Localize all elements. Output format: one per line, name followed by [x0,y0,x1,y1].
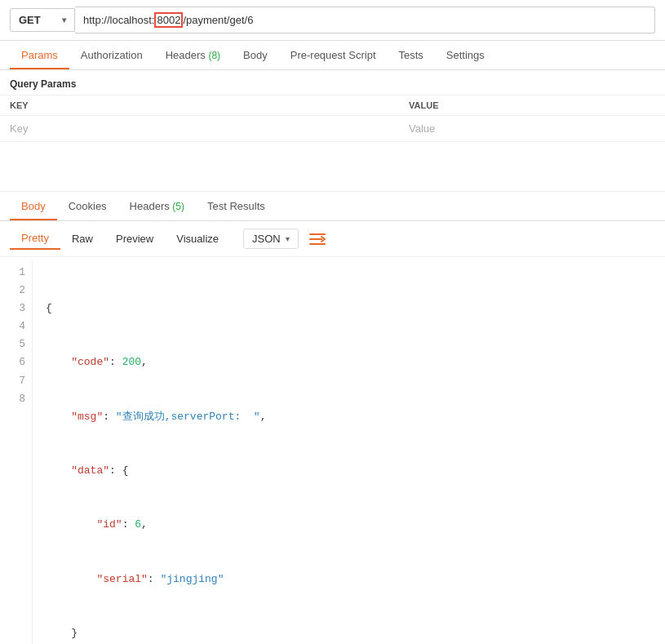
btn-preview[interactable]: Preview [104,229,165,249]
json-line-3: "msg": "查询成功,serverPort: ", [46,408,652,426]
json-line-6: "serial": "jingjing" [46,571,652,588]
format-selected: JSON [252,233,281,245]
format-select[interactable]: JSON ▾ [243,229,299,249]
tab-prerequest[interactable]: Pre-request Script [279,41,388,69]
json-body: 1 2 3 4 5 6 7 8 { "code": 200, "msg": "查… [0,257,665,644]
tab-headers-response[interactable]: Headers (5) [118,192,196,220]
col-value: VALUE [399,95,665,116]
tab-headers[interactable]: Headers (8) [154,41,232,69]
url-display[interactable]: http://localhost:8002/payment/get/6 [75,7,654,33]
json-line-7: } [46,624,652,642]
method-chevron: ▾ [62,16,66,24]
wrap-icon[interactable] [308,231,326,247]
section-title: Query Params [0,70,665,95]
wrap-svg [308,231,326,247]
tab-tests[interactable]: Tests [388,41,435,69]
method-label: GET [19,14,41,26]
json-content: { "code": 200, "msg": "查询成功,serverPort: … [33,260,665,644]
url-bar: GET ▾ http://localhost:8002/payment/get/… [0,0,665,41]
btn-pretty[interactable]: Pretty [10,228,60,250]
json-line-1: { [46,300,652,318]
json-line-5: "id": 6, [46,516,652,534]
tab-cookies[interactable]: Cookies [57,192,118,220]
tab-body[interactable]: Body [232,41,279,69]
table-row: Key Value [0,116,665,142]
url-port: 8002 [154,12,183,28]
params-table: KEY VALUE Key Value [0,95,665,142]
request-tabs: Params Authorization Headers (8) Body Pr… [0,41,665,70]
response-tabs: Body Cookies Headers (5) Test Results [0,191,665,221]
url-prefix: http://localhost: [83,14,154,26]
value-cell[interactable]: Value [399,116,665,142]
line-numbers: 1 2 3 4 5 6 7 8 [0,260,33,644]
json-line-4: "data": { [46,462,652,480]
format-chevron: ▾ [286,234,290,243]
tab-params[interactable]: Params [10,41,69,69]
url-suffix: /payment/get/6 [183,14,253,26]
spacer [0,142,665,191]
json-line-2: "code": 200, [46,353,652,371]
col-key: KEY [0,95,399,116]
btn-visualize[interactable]: Visualize [165,229,230,249]
tab-test-results[interactable]: Test Results [196,192,277,220]
query-params-section: Query Params KEY VALUE Key Value [0,70,665,142]
tab-body-response[interactable]: Body [10,192,57,220]
method-select[interactable]: GET ▾ [10,8,75,32]
tab-authorization[interactable]: Authorization [69,41,154,69]
key-cell[interactable]: Key [0,116,399,142]
btn-raw[interactable]: Raw [60,229,104,249]
format-bar: Pretty Raw Preview Visualize JSON ▾ [0,221,665,257]
url-input-wrapper: http://localhost:8002/payment/get/6 [75,7,655,33]
tab-settings[interactable]: Settings [435,41,496,69]
